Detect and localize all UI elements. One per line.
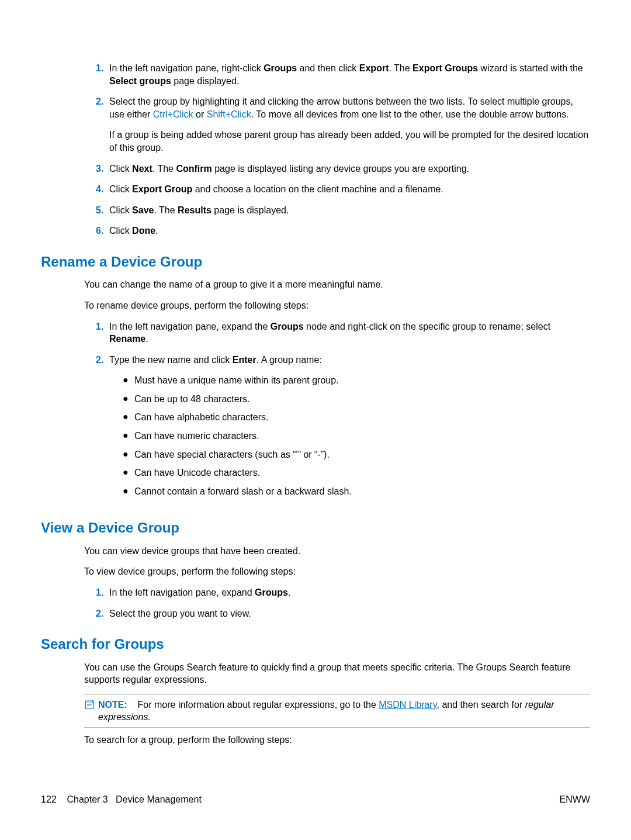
bullet-text: Can have Unicode characters. bbox=[134, 466, 590, 479]
bullet-icon: ● bbox=[123, 393, 134, 406]
list-item: 1.In the left navigation pane, expand th… bbox=[41, 320, 590, 345]
bullet-icon: ● bbox=[123, 485, 134, 498]
link[interactable]: MSDN Library bbox=[379, 700, 436, 710]
bullet-item: ●Must have a unique name within its pare… bbox=[109, 374, 590, 387]
list-item: 1.In the left navigation pane, right-cli… bbox=[41, 62, 590, 87]
list-paragraph: Type the new name and click Enter. A gro… bbox=[109, 354, 590, 367]
note-body: NOTE: For more information about regular… bbox=[98, 699, 590, 724]
bullet-icon: ● bbox=[123, 448, 134, 461]
list-paragraph: In the left navigation pane, expand Grou… bbox=[109, 586, 590, 599]
bullet-item: ●Cannot contain a forward slash or a bac… bbox=[109, 485, 590, 498]
list-number: 3. bbox=[96, 163, 108, 175]
bullet-item: ●Can have numeric characters. bbox=[109, 430, 590, 443]
note-block: NOTE: For more information about regular… bbox=[84, 694, 590, 728]
numbered-list-view: 1.In the left navigation pane, expand Gr… bbox=[41, 586, 590, 620]
list-paragraph: In the left navigation pane, expand the … bbox=[109, 320, 590, 345]
list-item: 2.Select the group by highlighting it an… bbox=[41, 95, 590, 154]
bullet-text: Can be up to 48 characters. bbox=[134, 393, 590, 406]
list-item: 5.Click Save. The Results page is displa… bbox=[41, 204, 590, 217]
list-number: 1. bbox=[96, 62, 108, 87]
list-number: 6. bbox=[96, 224, 108, 237]
body-text: You can use the Groups Search feature to… bbox=[84, 661, 590, 686]
bullet-text: Can have special characters (such as “'”… bbox=[134, 448, 590, 461]
list-item: 2.Select the group you want to view. bbox=[41, 607, 590, 620]
list-paragraph: If a group is being added whose parent g… bbox=[109, 129, 590, 154]
bullet-icon: ● bbox=[123, 466, 134, 479]
bullet-text: Cannot contain a forward slash or a back… bbox=[134, 485, 590, 498]
bullet-text: Must have a unique name within its paren… bbox=[134, 374, 590, 387]
note-text: For more information about regular expre… bbox=[98, 700, 554, 723]
list-body: Click Done. bbox=[108, 224, 590, 237]
bullet-icon: ● bbox=[123, 430, 134, 443]
body-text: To search for a group, perform the follo… bbox=[84, 734, 590, 746]
bullet-item: ●Can be up to 48 characters. bbox=[109, 393, 590, 406]
bullet-list: ●Must have a unique name within its pare… bbox=[109, 374, 590, 497]
body-text: To rename device groups, perform the fol… bbox=[84, 299, 590, 312]
list-paragraph: Click Next. The Confirm page is displaye… bbox=[109, 163, 590, 175]
bullet-item: ●Can have special characters (such as “'… bbox=[109, 448, 590, 461]
bullet-text: Can have alphabetic characters. bbox=[134, 411, 590, 424]
list-number: 2. bbox=[96, 95, 108, 154]
body-text: To view device groups, perform the follo… bbox=[84, 565, 590, 578]
bullet-item: ●Can have alphabetic characters. bbox=[109, 411, 590, 424]
list-paragraph: Click Done. bbox=[109, 224, 590, 237]
note-label: NOTE: bbox=[98, 700, 127, 710]
list-body: Select the group you want to view. bbox=[108, 607, 590, 620]
footer-right: ENWW bbox=[560, 793, 590, 806]
list-paragraph: Click Export Group and choose a location… bbox=[109, 183, 590, 196]
page-footer: 122 Chapter 3 Device Management ENWW bbox=[41, 793, 590, 806]
heading-search-for-groups: Search for Groups bbox=[41, 635, 590, 654]
list-item: 2.Type the new name and click Enter. A g… bbox=[41, 354, 590, 504]
body-text: You can change the name of a group to gi… bbox=[84, 278, 590, 291]
bullet-text: Can have numeric characters. bbox=[134, 430, 590, 443]
list-item: 4.Click Export Group and choose a locati… bbox=[41, 183, 590, 196]
list-number: 4. bbox=[96, 183, 108, 196]
list-number: 1. bbox=[96, 320, 108, 345]
bullet-icon: ● bbox=[123, 374, 134, 387]
page-content: 1.In the left navigation pane, right-cli… bbox=[41, 62, 590, 746]
list-paragraph: Select the group by highlighting it and … bbox=[109, 95, 590, 120]
body-text: You can view device groups that have bee… bbox=[84, 545, 590, 558]
bullet-item: ●Can have Unicode characters. bbox=[109, 466, 590, 479]
bullet-icon: ● bbox=[123, 411, 134, 424]
list-item: 3.Click Next. The Confirm page is displa… bbox=[41, 163, 590, 175]
list-number: 2. bbox=[96, 354, 108, 504]
list-body: Type the new name and click Enter. A gro… bbox=[108, 354, 590, 504]
list-number: 5. bbox=[96, 204, 108, 217]
list-item: 1.In the left navigation pane, expand Gr… bbox=[41, 586, 590, 599]
list-number: 2. bbox=[96, 607, 108, 620]
page-number: 122 bbox=[41, 794, 57, 804]
list-body: In the left navigation pane, expand the … bbox=[108, 320, 590, 345]
footer-left: 122 Chapter 3 Device Management bbox=[41, 793, 202, 806]
heading-view-device-group: View a Device Group bbox=[41, 518, 590, 537]
numbered-list-rename: 1.In the left navigation pane, expand th… bbox=[41, 320, 590, 504]
svg-rect-0 bbox=[86, 701, 93, 708]
list-paragraph: In the left navigation pane, right-click… bbox=[109, 62, 590, 87]
list-paragraph: Select the group you want to view. bbox=[109, 607, 590, 620]
note-icon bbox=[84, 699, 98, 724]
list-body: Click Export Group and choose a location… bbox=[108, 183, 590, 196]
heading-rename-device-group: Rename a Device Group bbox=[41, 253, 590, 271]
list-paragraph: Click Save. The Results page is displaye… bbox=[109, 204, 590, 217]
list-number: 1. bbox=[96, 586, 108, 599]
chapter-title: Chapter 3 Device Management bbox=[67, 794, 201, 804]
list-body: In the left navigation pane, expand Grou… bbox=[108, 586, 590, 599]
list-body: Click Next. The Confirm page is displaye… bbox=[108, 163, 590, 175]
list-body: In the left navigation pane, right-click… bbox=[108, 62, 590, 87]
numbered-list-export: 1.In the left navigation pane, right-cli… bbox=[41, 62, 590, 237]
list-body: Click Save. The Results page is displaye… bbox=[108, 204, 590, 217]
list-item: 6.Click Done. bbox=[41, 224, 590, 237]
list-body: Select the group by highlighting it and … bbox=[108, 95, 590, 154]
